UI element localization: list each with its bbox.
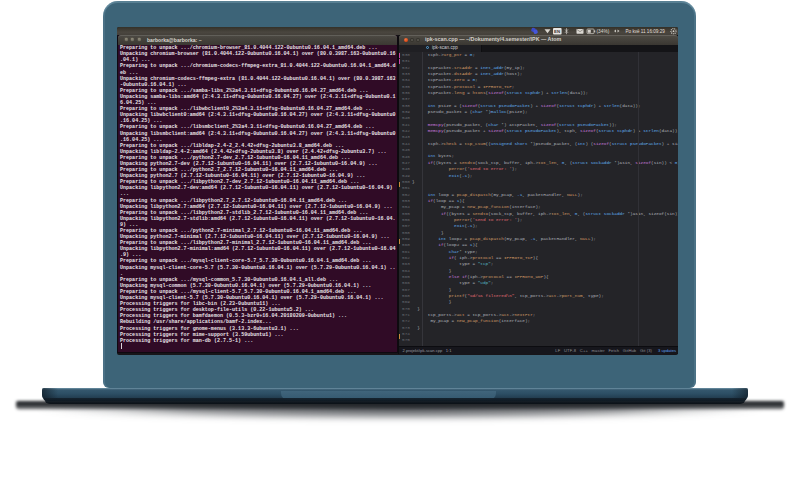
svg-text:(34%): (34%) (597, 29, 610, 34)
svg-text:Po kvě 11 16:09:29: Po kvě 11 16:09:29 (626, 29, 666, 34)
svg-text:EN: EN (554, 29, 560, 34)
